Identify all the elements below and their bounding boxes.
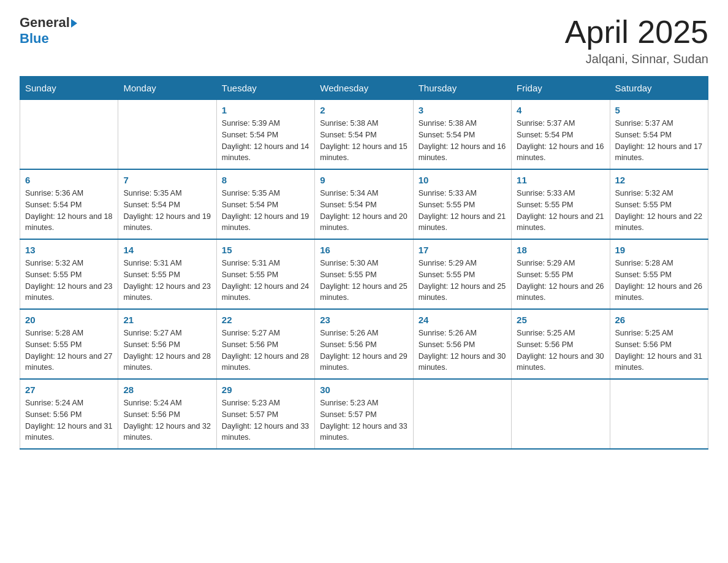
calendar-day-cell: 21Sunrise: 5:27 AMSunset: 5:56 PMDayligh… xyxy=(118,309,216,379)
calendar-table: SundayMondayTuesdayWednesdayThursdayFrid… xyxy=(20,76,708,450)
calendar-day-cell: 14Sunrise: 5:31 AMSunset: 5:55 PMDayligh… xyxy=(118,239,216,309)
calendar-day-cell: 11Sunrise: 5:33 AMSunset: 5:55 PMDayligh… xyxy=(512,169,610,239)
day-number: 9 xyxy=(320,175,408,185)
day-number: 20 xyxy=(25,315,113,325)
calendar-day-cell: 15Sunrise: 5:31 AMSunset: 5:55 PMDayligh… xyxy=(216,239,314,309)
day-number: 22 xyxy=(222,315,309,325)
calendar-header-cell: Monday xyxy=(118,77,216,100)
day-number: 23 xyxy=(320,315,408,325)
day-info: Sunrise: 5:32 AMSunset: 5:55 PMDaylight:… xyxy=(615,188,703,234)
calendar-day-cell: 17Sunrise: 5:29 AMSunset: 5:55 PMDayligh… xyxy=(413,239,511,309)
day-number: 17 xyxy=(419,245,506,255)
day-number: 18 xyxy=(517,245,604,255)
day-number: 29 xyxy=(222,385,309,395)
title-block: April 2025 Jalqani, Sinnar, Sudan xyxy=(565,15,708,66)
day-number: 30 xyxy=(320,385,408,395)
day-info: Sunrise: 5:35 AMSunset: 5:54 PMDaylight:… xyxy=(222,188,309,234)
day-info: Sunrise: 5:23 AMSunset: 5:57 PMDaylight:… xyxy=(222,397,309,443)
calendar-day-cell: 16Sunrise: 5:30 AMSunset: 5:55 PMDayligh… xyxy=(315,239,413,309)
calendar-week-row: 6Sunrise: 5:36 AMSunset: 5:54 PMDaylight… xyxy=(20,169,708,239)
day-number: 11 xyxy=(517,175,604,185)
day-info: Sunrise: 5:23 AMSunset: 5:57 PMDaylight:… xyxy=(320,397,408,443)
calendar-day-cell: 2Sunrise: 5:38 AMSunset: 5:54 PMDaylight… xyxy=(315,100,413,170)
day-info: Sunrise: 5:24 AMSunset: 5:56 PMDaylight:… xyxy=(123,397,211,443)
calendar-day-cell: 30Sunrise: 5:23 AMSunset: 5:57 PMDayligh… xyxy=(315,379,413,449)
day-number: 7 xyxy=(123,175,211,185)
day-info: Sunrise: 5:33 AMSunset: 5:55 PMDaylight:… xyxy=(419,188,506,234)
calendar-day-cell: 29Sunrise: 5:23 AMSunset: 5:57 PMDayligh… xyxy=(216,379,314,449)
calendar-day-cell xyxy=(512,379,610,449)
calendar-day-cell: 12Sunrise: 5:32 AMSunset: 5:55 PMDayligh… xyxy=(610,169,708,239)
calendar-day-cell: 9Sunrise: 5:34 AMSunset: 5:54 PMDaylight… xyxy=(315,169,413,239)
day-info: Sunrise: 5:24 AMSunset: 5:56 PMDaylight:… xyxy=(25,397,113,443)
calendar-week-row: 20Sunrise: 5:28 AMSunset: 5:55 PMDayligh… xyxy=(20,309,708,379)
day-number: 14 xyxy=(123,245,211,255)
calendar-day-cell: 10Sunrise: 5:33 AMSunset: 5:55 PMDayligh… xyxy=(413,169,511,239)
day-info: Sunrise: 5:28 AMSunset: 5:55 PMDaylight:… xyxy=(25,327,113,373)
calendar-day-cell: 8Sunrise: 5:35 AMSunset: 5:54 PMDaylight… xyxy=(216,169,314,239)
subtitle: Jalqani, Sinnar, Sudan xyxy=(565,52,708,66)
calendar-day-cell: 20Sunrise: 5:28 AMSunset: 5:55 PMDayligh… xyxy=(20,309,118,379)
day-number: 25 xyxy=(517,315,604,325)
calendar-day-cell xyxy=(20,100,118,170)
calendar-header-cell: Friday xyxy=(512,77,610,100)
day-number: 26 xyxy=(615,315,703,325)
calendar-day-cell: 23Sunrise: 5:26 AMSunset: 5:56 PMDayligh… xyxy=(315,309,413,379)
day-info: Sunrise: 5:37 AMSunset: 5:54 PMDaylight:… xyxy=(615,118,703,164)
page-header: General Blue April 2025 Jalqani, Sinnar,… xyxy=(20,15,708,66)
day-number: 3 xyxy=(419,105,506,115)
day-info: Sunrise: 5:33 AMSunset: 5:55 PMDaylight:… xyxy=(517,188,604,234)
day-info: Sunrise: 5:38 AMSunset: 5:54 PMDaylight:… xyxy=(320,118,408,164)
calendar-day-cell xyxy=(610,379,708,449)
day-info: Sunrise: 5:36 AMSunset: 5:54 PMDaylight:… xyxy=(25,188,113,234)
calendar-day-cell: 4Sunrise: 5:37 AMSunset: 5:54 PMDaylight… xyxy=(512,100,610,170)
calendar-day-cell xyxy=(118,100,216,170)
day-info: Sunrise: 5:29 AMSunset: 5:55 PMDaylight:… xyxy=(419,258,506,304)
day-info: Sunrise: 5:32 AMSunset: 5:55 PMDaylight:… xyxy=(25,258,113,304)
calendar-day-cell: 6Sunrise: 5:36 AMSunset: 5:54 PMDaylight… xyxy=(20,169,118,239)
day-info: Sunrise: 5:29 AMSunset: 5:55 PMDaylight:… xyxy=(517,258,604,304)
logo: General Blue xyxy=(20,15,77,47)
day-number: 2 xyxy=(320,105,408,115)
day-number: 15 xyxy=(222,245,309,255)
day-info: Sunrise: 5:31 AMSunset: 5:55 PMDaylight:… xyxy=(222,258,309,304)
calendar-day-cell: 13Sunrise: 5:32 AMSunset: 5:55 PMDayligh… xyxy=(20,239,118,309)
calendar-day-cell: 1Sunrise: 5:39 AMSunset: 5:54 PMDaylight… xyxy=(216,100,314,170)
day-number: 13 xyxy=(25,245,113,255)
day-info: Sunrise: 5:34 AMSunset: 5:54 PMDaylight:… xyxy=(320,188,408,234)
day-info: Sunrise: 5:28 AMSunset: 5:55 PMDaylight:… xyxy=(615,258,703,304)
day-info: Sunrise: 5:27 AMSunset: 5:56 PMDaylight:… xyxy=(123,327,211,373)
calendar-day-cell: 5Sunrise: 5:37 AMSunset: 5:54 PMDaylight… xyxy=(610,100,708,170)
day-info: Sunrise: 5:39 AMSunset: 5:54 PMDaylight:… xyxy=(222,118,309,164)
day-number: 4 xyxy=(517,105,604,115)
calendar-header-cell: Sunday xyxy=(20,77,118,100)
day-number: 12 xyxy=(615,175,703,185)
day-info: Sunrise: 5:26 AMSunset: 5:56 PMDaylight:… xyxy=(419,327,506,373)
day-number: 8 xyxy=(222,175,309,185)
day-number: 21 xyxy=(123,315,211,325)
calendar-day-cell: 27Sunrise: 5:24 AMSunset: 5:56 PMDayligh… xyxy=(20,379,118,449)
calendar-day-cell: 18Sunrise: 5:29 AMSunset: 5:55 PMDayligh… xyxy=(512,239,610,309)
day-number: 24 xyxy=(419,315,506,325)
day-number: 28 xyxy=(123,385,211,395)
day-info: Sunrise: 5:26 AMSunset: 5:56 PMDaylight:… xyxy=(320,327,408,373)
calendar-day-cell: 3Sunrise: 5:38 AMSunset: 5:54 PMDaylight… xyxy=(413,100,511,170)
day-number: 1 xyxy=(222,105,309,115)
day-info: Sunrise: 5:30 AMSunset: 5:55 PMDaylight:… xyxy=(320,258,408,304)
day-info: Sunrise: 5:35 AMSunset: 5:54 PMDaylight:… xyxy=(123,188,211,234)
calendar-day-cell: 19Sunrise: 5:28 AMSunset: 5:55 PMDayligh… xyxy=(610,239,708,309)
day-number: 27 xyxy=(25,385,113,395)
calendar-day-cell: 7Sunrise: 5:35 AMSunset: 5:54 PMDaylight… xyxy=(118,169,216,239)
day-info: Sunrise: 5:25 AMSunset: 5:56 PMDaylight:… xyxy=(517,327,604,373)
calendar-day-cell: 28Sunrise: 5:24 AMSunset: 5:56 PMDayligh… xyxy=(118,379,216,449)
day-number: 16 xyxy=(320,245,408,255)
calendar-week-row: 27Sunrise: 5:24 AMSunset: 5:56 PMDayligh… xyxy=(20,379,708,449)
day-info: Sunrise: 5:37 AMSunset: 5:54 PMDaylight:… xyxy=(517,118,604,164)
day-number: 19 xyxy=(615,245,703,255)
calendar-day-cell: 25Sunrise: 5:25 AMSunset: 5:56 PMDayligh… xyxy=(512,309,610,379)
calendar-header-cell: Tuesday xyxy=(216,77,314,100)
main-title: April 2025 xyxy=(565,15,708,50)
day-info: Sunrise: 5:25 AMSunset: 5:56 PMDaylight:… xyxy=(615,327,703,373)
calendar-day-cell: 22Sunrise: 5:27 AMSunset: 5:56 PMDayligh… xyxy=(216,309,314,379)
calendar-body: 1Sunrise: 5:39 AMSunset: 5:54 PMDaylight… xyxy=(20,100,708,450)
